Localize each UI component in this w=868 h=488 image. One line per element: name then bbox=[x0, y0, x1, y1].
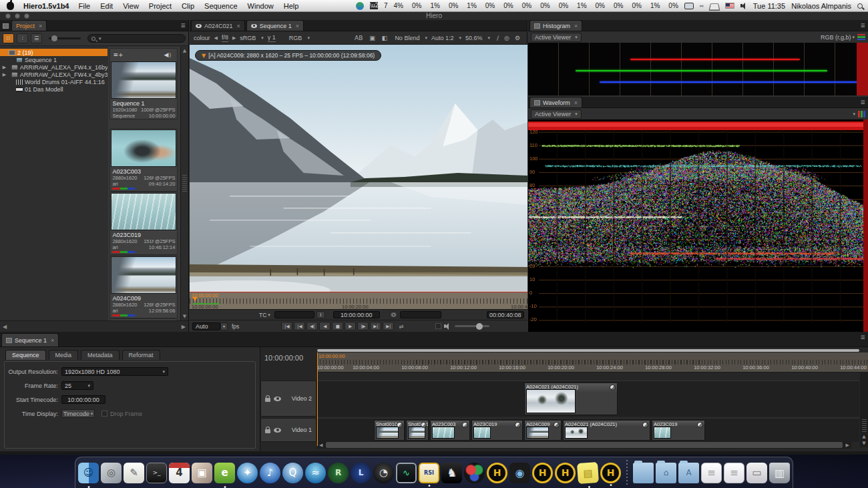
play-button[interactable]: ▶ bbox=[345, 322, 356, 330]
timeline-clip-a024c021[interactable]: A024C021 (A024C021) bbox=[524, 383, 618, 415]
output-resolution-dropdown[interactable]: 1920x1080 HD 1080 ▾ bbox=[61, 367, 168, 376]
bin-card-a023c003[interactable]: A023C0032880x1620126f @25FPSari09:40:14:… bbox=[110, 128, 178, 192]
dock-rsiguard-icon[interactable]: RSI bbox=[419, 463, 439, 483]
timeline-horizontal-scrollbar[interactable]: ◀▶ bbox=[317, 441, 851, 449]
close-icon[interactable]: × bbox=[39, 23, 42, 29]
time-display-dropdown[interactable]: Timecode ▾ bbox=[61, 409, 95, 418]
lock-icon[interactable] bbox=[265, 429, 270, 433]
dock-itunes-icon[interactable]: ♪ bbox=[260, 463, 280, 483]
close-icon[interactable]: × bbox=[296, 23, 299, 29]
panel-menu-icon[interactable]: ≣ bbox=[860, 334, 866, 340]
gamma-value[interactable]: γ 1 bbox=[268, 34, 276, 42]
wifi-menu-icon[interactable] bbox=[710, 3, 719, 9]
waveform-scope[interactable]: 1201101009080706050403020100-10-20 bbox=[528, 119, 868, 332]
close-icon[interactable]: × bbox=[574, 23, 578, 29]
eye-icon[interactable] bbox=[274, 428, 281, 433]
timeline-ruler[interactable]: 10:00:00:0010:00:04:0010:00:08:0010:00:1… bbox=[317, 352, 868, 373]
stack-icon[interactable]: ▣ bbox=[369, 35, 375, 41]
dock-folder-library-icon[interactable]: ⌂ bbox=[656, 463, 676, 483]
timeline-clip-shot0010[interactable]: Shot0010 bbox=[374, 420, 405, 441]
sort-icon[interactable]: ≡+ bbox=[113, 51, 123, 58]
tree-item-3[interactable]: ▶ARRIRAW_ALEXA_FW4.x_4by3 bbox=[0, 71, 107, 78]
lock-icon[interactable] bbox=[265, 398, 270, 402]
histogram-scope[interactable] bbox=[528, 43, 868, 95]
panel-menu-icon[interactable]: ≣ bbox=[860, 99, 866, 105]
menu-sequence[interactable]: Sequence bbox=[204, 2, 238, 10]
exposure-up-icon[interactable]: ▶ bbox=[232, 35, 236, 41]
tab-sequence-1[interactable]: Sequence 1 × bbox=[1, 333, 59, 346]
search-input[interactable]: ▾ bbox=[87, 34, 186, 43]
panel-menu-icon[interactable]: ≣ bbox=[860, 22, 866, 29]
exposure-down-icon[interactable]: ◀ bbox=[214, 35, 218, 41]
expander-icon[interactable]: ▼ bbox=[2, 50, 7, 55]
dock-nuke-icon[interactable]: ◉ bbox=[509, 463, 530, 483]
blend-mode-selector[interactable]: No Blend bbox=[395, 35, 419, 41]
project-horizontal-scrollbar[interactable]: ◀▶ bbox=[0, 320, 188, 332]
dock-openoffice-icon[interactable]: ≈ bbox=[305, 463, 326, 483]
timeline-clip-a024c021[interactable]: A024C021 (A024C021) bbox=[563, 420, 650, 441]
tab-project[interactable]: Project × bbox=[11, 20, 47, 31]
menu-view[interactable]: View bbox=[123, 2, 139, 10]
close-icon[interactable]: × bbox=[574, 99, 578, 106]
tab-waveform[interactable]: Waveform × bbox=[529, 97, 582, 107]
loop-mode-icon[interactable]: ⇄ bbox=[399, 323, 403, 330]
menu-bar-clock[interactable]: Tue 11:35 bbox=[753, 2, 785, 10]
playback-rate-dropdown[interactable]: Auto bbox=[192, 322, 220, 330]
timeline-zoom-bar[interactable] bbox=[317, 349, 859, 352]
pane-icon[interactable] bbox=[3, 23, 9, 29]
dock-lightwave-icon[interactable]: ♞ bbox=[441, 463, 462, 483]
track-lane[interactable]: Shot0010Shot0020A023C003A023C019A024C009… bbox=[317, 418, 859, 442]
expander-icon[interactable]: ▶ bbox=[2, 72, 7, 77]
list-view-button[interactable]: ☰ bbox=[31, 33, 42, 43]
track-header[interactable]: Video 2 bbox=[260, 381, 316, 417]
eyedropper-icon[interactable]: ∕ bbox=[497, 35, 499, 41]
eye-icon[interactable] bbox=[274, 397, 281, 401]
goto-start-button[interactable]: |◀ bbox=[281, 322, 292, 330]
dock-evernote-icon[interactable]: e bbox=[214, 463, 235, 483]
tree-item-5[interactable]: 01 Das Modell bbox=[0, 85, 107, 93]
dock-safari-icon[interactable]: ✦ bbox=[237, 463, 258, 483]
tab-media[interactable]: Media bbox=[49, 350, 79, 360]
timeline-playhead[interactable] bbox=[317, 352, 318, 446]
timeline-clip-a023c019[interactable]: A023C019 bbox=[471, 420, 523, 441]
tab-reformat[interactable]: Reformat bbox=[122, 350, 160, 360]
bin-card-sequence-1[interactable]: ≡+◀）Sequence 11920x10801008f @25FPSSeque… bbox=[110, 48, 178, 119]
menu-file[interactable]: File bbox=[78, 2, 90, 10]
proxy-selector[interactable]: Auto 1:2 bbox=[431, 35, 454, 41]
sync-menu-icon[interactable] bbox=[356, 2, 364, 10]
audio-icon[interactable]: ◀） bbox=[164, 51, 175, 59]
dock-stickies-icon[interactable]: ▤ bbox=[577, 461, 599, 483]
tab-viewer-a024c021[interactable]: A024C021 × bbox=[191, 20, 245, 31]
close-icon[interactable]: × bbox=[237, 23, 240, 29]
dock-photo-booth-icon[interactable]: ▣ bbox=[192, 463, 212, 483]
chevron-down-icon[interactable]: ▾ bbox=[853, 111, 855, 117]
frame-rate-dropdown[interactable]: 25 ▾ bbox=[61, 381, 93, 390]
channel-selector[interactable]: colour bbox=[194, 35, 210, 41]
dock-dashboard-icon[interactable]: ◔ bbox=[373, 463, 394, 483]
dock-folder-applications-icon[interactable]: A bbox=[678, 463, 699, 483]
panel-menu-icon[interactable]: ≣ bbox=[180, 22, 186, 29]
waveform-source-dropdown[interactable]: Active Viewer ▾ bbox=[531, 109, 582, 119]
viewer-playhead[interactable] bbox=[192, 297, 198, 301]
timeline-vertical-scrollbar[interactable]: ▲▼ bbox=[860, 373, 868, 447]
track-header[interactable]: Video 1 bbox=[260, 418, 316, 442]
volume-menu-icon[interactable] bbox=[740, 3, 747, 9]
stop-button[interactable]: ■ bbox=[332, 322, 343, 330]
dock-hiero-3-icon[interactable]: H bbox=[600, 463, 621, 483]
out-point-field[interactable] bbox=[400, 311, 441, 318]
timeline-clip-shot0020[interactable]: Shot0020 bbox=[406, 420, 429, 441]
tab-metadata[interactable]: Metadata bbox=[81, 350, 120, 360]
dock-activity-monitor-icon[interactable]: ∿ bbox=[396, 463, 417, 483]
tree-item-0[interactable]: ▼2 (19) bbox=[0, 49, 107, 56]
adobe-menu-icon[interactable]: \u25b2 bbox=[370, 2, 378, 9]
step-forward-button[interactable]: |▶ bbox=[357, 322, 369, 330]
dock-textedit-icon[interactable]: ✎ bbox=[124, 463, 144, 483]
timeline-clip-a023c019[interactable]: A023C019 bbox=[652, 420, 705, 441]
rgb-parade-icon[interactable] bbox=[858, 111, 865, 117]
tab-histogram[interactable]: Histogram × bbox=[529, 20, 582, 31]
volume-slider[interactable] bbox=[455, 325, 489, 327]
settings-gear-icon[interactable]: ⚙ bbox=[515, 35, 520, 41]
viewer-image[interactable]: ▼ [A] A024C009: 2880 x 1620 – 25 FPS – 1… bbox=[190, 45, 527, 292]
apple-menu-icon[interactable] bbox=[7, 2, 14, 10]
tree-item-1[interactable]: Sequence 1 bbox=[0, 56, 107, 63]
